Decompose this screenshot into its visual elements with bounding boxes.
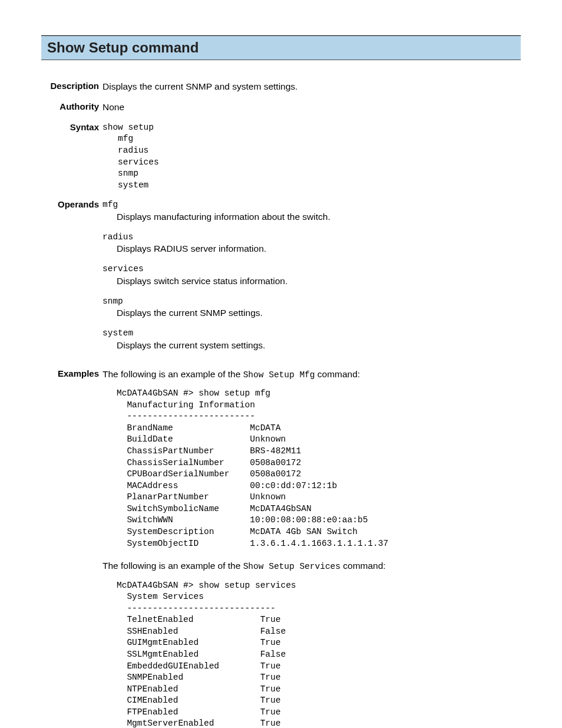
content: Description Displays the current SNMP an…: [41, 81, 521, 728]
operands-label: Operands: [41, 199, 103, 360]
operand-item: snmpDisplays the current SNMP settings.: [103, 296, 521, 319]
operand-name: radius: [103, 232, 521, 243]
example1-post: command:: [315, 369, 361, 379]
operand-item: mfgDisplays manufacturing information ab…: [103, 199, 521, 223]
page: Show Setup command Description Displays …: [0, 0, 562, 728]
authority-row: Authority None: [41, 101, 521, 114]
operands-row: Operands mfgDisplays manufacturing infor…: [41, 199, 521, 360]
operand-desc: Displays the current system settings.: [117, 340, 521, 352]
example-block-1: McDATA4GbSAN #> show setup mfg Manufactu…: [117, 388, 521, 549]
syntax-row: Syntax show setup mfg radius services sn…: [41, 122, 521, 191]
example1-pre: The following is an example of the: [103, 369, 243, 379]
authority-label: Authority: [41, 101, 103, 114]
examples-body: The following is an example of the Show …: [103, 368, 521, 728]
page-title: Show Setup command: [47, 39, 515, 56]
operand-desc: Displays manufacturing information about…: [117, 211, 521, 223]
operand-item: systemDisplays the current system settin…: [103, 328, 521, 351]
operand-item: radiusDisplays RADIUS server information…: [103, 232, 521, 255]
examples-label: Examples: [41, 368, 103, 728]
example2-cmd: Show Setup Services: [243, 562, 340, 571]
example-intro-2: The following is an example of the Show …: [103, 560, 521, 573]
operand-name: snmp: [103, 296, 521, 308]
syntax-body: show setup mfg radius services snmp syst…: [103, 122, 521, 191]
example-block-2: McDATA4GbSAN #> show setup services Syst…: [117, 580, 521, 728]
example-intro-1: The following is an example of the Show …: [103, 368, 521, 381]
example2-post: command:: [340, 561, 386, 571]
description-row: Description Displays the current SNMP an…: [41, 81, 521, 93]
operand-item: servicesDisplays switch service status i…: [103, 263, 521, 287]
syntax-label: Syntax: [41, 122, 103, 191]
examples-row: Examples The following is an example of …: [41, 368, 521, 728]
description-text: Displays the current SNMP and system set…: [103, 81, 521, 93]
example2-pre: The following is an example of the: [103, 561, 243, 571]
authority-text: None: [103, 101, 521, 114]
operand-desc: Displays RADIUS server information.: [117, 243, 521, 255]
operands-body: mfgDisplays manufacturing information ab…: [103, 199, 521, 360]
example1-cmd: Show Setup Mfg: [243, 370, 315, 380]
title-bar: Show Setup command: [41, 35, 521, 60]
operand-name: services: [103, 263, 521, 275]
operand-name: system: [103, 328, 521, 340]
description-label: Description: [41, 81, 103, 93]
operand-name: mfg: [103, 199, 521, 211]
operand-desc: Displays switch service status informati…: [117, 275, 521, 288]
operand-desc: Displays the current SNMP settings.: [117, 307, 521, 319]
